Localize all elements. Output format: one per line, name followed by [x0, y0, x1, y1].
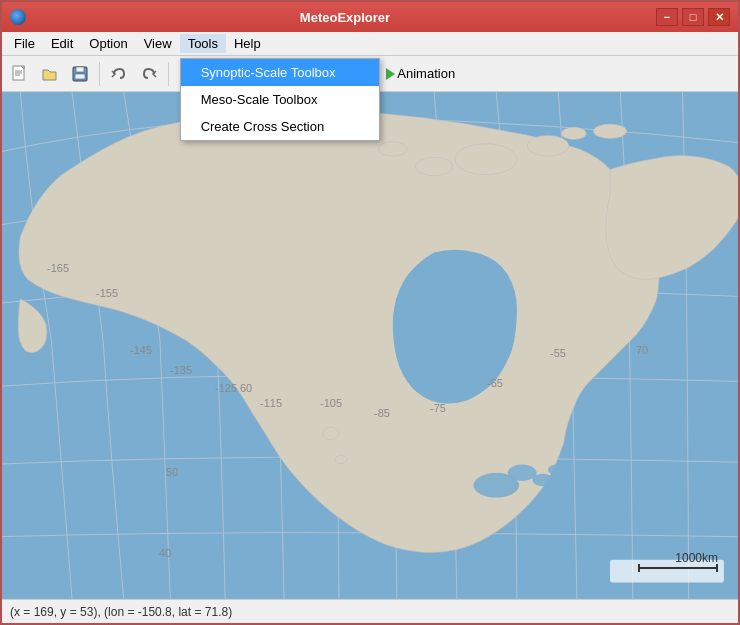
main-window: MeteoExplorer − □ ✕ File Edit Option Vie…	[0, 0, 740, 625]
window-controls: − □ ✕	[656, 8, 730, 26]
minimize-button[interactable]: −	[656, 8, 678, 26]
scale-line	[638, 567, 718, 569]
separator-1	[99, 62, 100, 86]
save-button[interactable]	[66, 60, 94, 88]
menu-edit[interactable]: Edit	[43, 34, 81, 53]
animation-button[interactable]: Animation	[380, 64, 461, 83]
undo-button[interactable]	[105, 60, 133, 88]
grid-label-lat40: 40	[159, 547, 171, 559]
scale-text: 1000km	[675, 551, 718, 565]
svg-point-15	[548, 464, 565, 474]
map-svg	[2, 92, 738, 599]
scale-bar: 1000km	[638, 551, 718, 569]
svg-point-23	[335, 455, 347, 463]
menu-bar: File Edit Option View Tools Synoptic-Sca…	[2, 32, 738, 56]
new-button[interactable]	[6, 60, 34, 88]
dropdown-synoptic[interactable]: Synoptic-Scale Toolbox	[181, 59, 379, 86]
grid-label-75: -75	[430, 402, 446, 414]
svg-rect-6	[75, 74, 85, 79]
close-button[interactable]: ✕	[708, 8, 730, 26]
grid-label-135: -135	[170, 364, 192, 376]
menu-view[interactable]: View	[136, 34, 180, 53]
grid-label-55: -55	[550, 347, 566, 359]
open-button[interactable]	[36, 60, 64, 88]
coordinate-display: (x = 169, y = 53), (lon = -150.8, lat = …	[10, 605, 232, 619]
app-icon	[10, 9, 26, 25]
svg-rect-5	[76, 67, 84, 72]
svg-point-21	[593, 124, 626, 138]
svg-point-20	[561, 127, 586, 139]
dropdown-meso[interactable]: Meso-Scale Toolbox	[181, 86, 379, 113]
grid-label-155: -155	[96, 287, 118, 299]
svg-point-13	[508, 464, 537, 481]
separator-2	[168, 62, 169, 86]
menu-tools[interactable]: Tools Synoptic-Scale Toolbox Meso-Scale …	[180, 34, 226, 53]
status-bar: (x = 169, y = 53), (lon = -150.8, lat = …	[2, 599, 738, 623]
svg-point-19	[378, 142, 407, 156]
tools-dropdown: Synoptic-Scale Toolbox Meso-Scale Toolbo…	[180, 58, 380, 141]
grid-label-65: -65	[487, 377, 503, 389]
map-area[interactable]: -165 -155 -145 -135 -125 -115 -105 -85 -…	[2, 92, 738, 599]
window-title: MeteoExplorer	[34, 10, 656, 25]
grid-label-85: -85	[374, 407, 390, 419]
svg-point-16	[455, 144, 517, 175]
maximize-button[interactable]: □	[682, 8, 704, 26]
grid-label-lat60: 60	[240, 382, 252, 394]
svg-point-14	[532, 474, 553, 486]
grid-label-105: -105	[320, 397, 342, 409]
redo-button[interactable]	[135, 60, 163, 88]
svg-point-22	[322, 427, 339, 439]
grid-label-lat70: 70	[636, 344, 648, 356]
animation-icon	[386, 68, 395, 80]
grid-label-145: -145	[130, 344, 152, 356]
menu-help[interactable]: Help	[226, 34, 269, 53]
svg-point-17	[527, 135, 568, 156]
title-bar: MeteoExplorer − □ ✕	[2, 2, 738, 32]
grid-label-115: -115	[260, 397, 282, 409]
menu-file[interactable]: File	[6, 34, 43, 53]
grid-label-165: -165	[47, 262, 69, 274]
grid-label-lat50: 50	[166, 466, 178, 478]
menu-option[interactable]: Option	[81, 34, 135, 53]
dropdown-cross-section[interactable]: Create Cross Section	[181, 113, 379, 140]
grid-label-125: -125	[215, 382, 237, 394]
animation-label: Animation	[397, 66, 455, 81]
svg-point-18	[416, 157, 453, 176]
